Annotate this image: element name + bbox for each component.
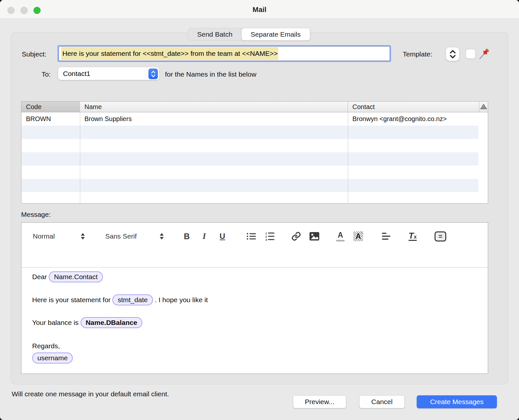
- cancel-button[interactable]: Cancel: [359, 395, 405, 408]
- column-header-contact[interactable]: Contact: [348, 102, 479, 112]
- highlight-icon: A: [353, 231, 363, 241]
- text-statement: Here is your statement for: [32, 296, 112, 304]
- column-header-code[interactable]: Code: [21, 102, 80, 112]
- up-down-chevrons-icon: [449, 49, 457, 59]
- message-line-5[interactable]: username: [32, 352, 73, 364]
- to-field-popup[interactable]: Contact1: [58, 67, 159, 80]
- tab-send-batch[interactable]: Send Batch: [188, 28, 242, 40]
- numbered-list-button[interactable]: 1 2 3: [265, 230, 275, 243]
- font-value: Sans Serif: [105, 232, 137, 240]
- to-hint-text: for the Names in the list below: [165, 70, 256, 78]
- message-line-1[interactable]: Dear Name.Contact: [32, 271, 103, 282]
- create-messages-button[interactable]: Create Messages: [417, 395, 497, 408]
- empty-table-rows: [21, 126, 478, 204]
- column-divider: [80, 112, 80, 203]
- footer-note: Will create one message in your default …: [12, 390, 169, 398]
- table-row[interactable]: BROWN Brown Suppliers Bronwyn <grant@cog…: [21, 112, 488, 126]
- subject-selected-text: Here is your statement for <<stmt_date>>…: [61, 47, 278, 60]
- align-icon: [381, 232, 391, 241]
- svg-text:1: 1: [265, 232, 267, 235]
- cell-code: BROWN: [21, 112, 80, 126]
- message-editor: Normal Sans Serif B I U 1: [21, 222, 488, 374]
- token-name-dbalance[interactable]: Name.DBalance: [81, 317, 143, 328]
- empty-row: [21, 139, 478, 152]
- numbered-list-icon: 1 2 3: [265, 232, 275, 241]
- token-stmt-date[interactable]: stmt_date: [112, 294, 153, 305]
- message-label: Message:: [21, 211, 51, 218]
- empty-row: [21, 126, 478, 139]
- highlight-color-button[interactable]: A: [353, 230, 363, 243]
- mode-segmented-control: Send Batch Separate Emails: [188, 28, 310, 41]
- image-icon: [309, 232, 320, 241]
- text-regards: Regards,: [32, 342, 60, 350]
- bullet-list-button[interactable]: [247, 230, 256, 243]
- link-icon: [291, 231, 301, 241]
- insert-image-button[interactable]: [309, 230, 320, 243]
- svg-text:3: 3: [265, 238, 267, 241]
- empty-row: [21, 179, 478, 192]
- sort-icon: [480, 104, 487, 110]
- window-title: Mail: [0, 6, 519, 14]
- text-color-button[interactable]: BA: [336, 230, 345, 243]
- preview-button[interactable]: Preview...: [293, 395, 346, 408]
- to-label: To:: [42, 70, 51, 78]
- column-divider: [348, 112, 348, 203]
- insert-link-button[interactable]: [291, 230, 301, 243]
- text-balance: Your balance is: [32, 319, 81, 327]
- cell-contact: Bronwyn <grant@cognito.co.nz>: [348, 112, 479, 126]
- svg-text:2: 2: [265, 235, 267, 238]
- mail-dialog-window: Mail Send Batch Separate Emails Subject:…: [0, 0, 519, 420]
- italic-button[interactable]: I: [203, 230, 206, 243]
- text-dear: Dear: [32, 273, 49, 281]
- underline-button[interactable]: U: [220, 230, 225, 243]
- subject-label: Subject:: [22, 50, 46, 58]
- recipients-table: Code Name Contact BROWN Brown Suppliers …: [21, 101, 488, 204]
- table-header-row: Code Name Contact: [21, 102, 488, 112]
- alignment-button[interactable]: [381, 230, 391, 243]
- paragraph-style-value: Normal: [33, 232, 55, 240]
- subject-input[interactable]: Here is your statement for <<stmt_date>>…: [59, 46, 390, 61]
- template-checkbox[interactable]: [466, 49, 475, 59]
- empty-row: [21, 192, 478, 204]
- template-stepper-button[interactable]: [446, 47, 460, 61]
- column-options-button[interactable]: [479, 102, 488, 112]
- message-line-4[interactable]: Regards,: [32, 342, 60, 350]
- token-username[interactable]: username: [32, 352, 73, 364]
- bullet-list-icon: [247, 232, 256, 241]
- clear-formatting-button[interactable]: Tx: [409, 230, 417, 243]
- paragraph-style-select[interactable]: Normal: [33, 230, 55, 243]
- empty-row: [21, 166, 478, 179]
- title-bar: Mail: [0, 0, 519, 19]
- column-header-name[interactable]: Name: [80, 102, 348, 112]
- editor-toolbar: Normal Sans Serif B I U 1: [21, 223, 488, 267]
- paragraph-style-arrows-icon[interactable]: [81, 230, 85, 243]
- popup-chevrons-icon: [148, 68, 158, 79]
- template-label: Template:: [403, 50, 432, 58]
- message-line-2[interactable]: Here is your statement for stmt_date . I…: [32, 294, 208, 305]
- token-name-contact[interactable]: Name.Contact: [49, 271, 103, 282]
- font-arrows-icon[interactable]: [160, 230, 164, 243]
- font-select[interactable]: Sans Serif: [105, 230, 137, 243]
- to-field-value: Contact1: [63, 70, 90, 78]
- bold-button[interactable]: B: [184, 230, 190, 243]
- empty-row: [21, 152, 478, 166]
- cell-name: Brown Suppliers: [80, 112, 348, 126]
- tab-separate-emails[interactable]: Separate Emails: [241, 28, 310, 41]
- insert-field-button[interactable]: =: [435, 230, 446, 243]
- message-line-3[interactable]: Your balance is Name.DBalance: [32, 317, 142, 328]
- text-hope: . I hope you like it: [153, 296, 208, 304]
- pushpin-icon[interactable]: [477, 47, 490, 60]
- field-box-icon: =: [435, 231, 446, 241]
